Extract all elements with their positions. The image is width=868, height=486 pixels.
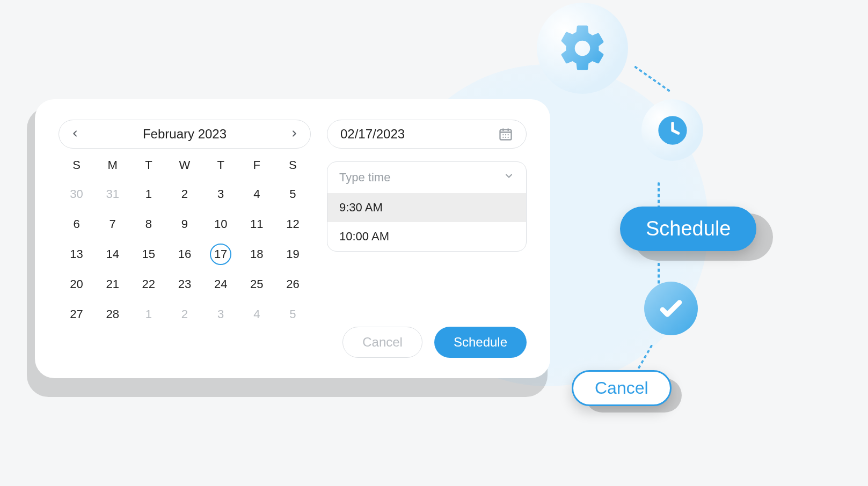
svg-point-4 [508,134,509,135]
schedule-button[interactable]: Schedule [434,327,527,358]
svg-point-2 [502,134,504,135]
detail-panel: 02/17/2023 Type time 9:30 AM10:00 AM Can… [327,120,527,358]
weekday-header: M [94,158,130,175]
svg-point-6 [505,137,506,138]
calendar-day[interactable]: 6 [59,213,94,235]
calendar-day[interactable]: 31 [94,183,130,205]
calendar-day[interactable]: 22 [130,273,166,296]
calendar-day[interactable]: 20 [59,273,94,296]
calendar-panel: February 2023 SMTWTFS3031123456789101112… [59,120,311,358]
calendar-day[interactable]: 7 [94,213,130,235]
weekday-header: S [275,158,311,175]
calendar-day[interactable]: 23 [166,273,202,296]
time-option[interactable]: 9:30 AM [327,193,526,222]
calendar-icon [498,127,513,142]
calendar-day[interactable]: 13 [59,243,94,266]
calendar-day[interactable]: 14 [94,243,130,266]
calendar-day[interactable]: 11 [239,213,275,235]
cancel-pill-decor: Cancel [572,370,672,406]
calendar-day-selected[interactable]: 17 [203,243,239,266]
calendar-day[interactable]: 24 [203,273,239,296]
chevron-down-icon [504,171,514,185]
clock-icon [641,99,703,161]
time-select-header[interactable]: Type time [327,162,526,193]
weekday-header: F [239,158,275,175]
calendar-day[interactable]: 30 [59,183,94,205]
svg-point-3 [505,134,506,135]
calendar-day[interactable]: 4 [239,183,275,205]
calendar-day[interactable]: 28 [94,303,130,326]
calendar-day[interactable]: 10 [203,213,239,235]
scheduler-card: February 2023 SMTWTFS3031123456789101112… [35,99,550,378]
calendar-day[interactable]: 9 [166,213,202,235]
weekday-header: T [130,158,166,175]
date-value: 02/17/2023 [340,127,405,142]
month-navigator: February 2023 [59,120,311,149]
calendar-day[interactable]: 2 [166,303,202,326]
prev-month-button[interactable] [71,127,79,141]
calendar-day[interactable]: 1 [130,303,166,326]
calendar-day[interactable]: 26 [275,273,311,296]
calendar-day[interactable]: 18 [239,243,275,266]
schedule-pill-decor: Schedule [620,207,756,251]
calendar-day[interactable]: 2 [166,183,202,205]
action-row: Cancel Schedule [327,312,527,358]
weekday-header: T [203,158,239,175]
calendar-day[interactable]: 5 [275,303,311,326]
calendar-grid: SMTWTFS303112345678910111213141516171819… [59,158,311,326]
time-placeholder: Type time [339,171,390,185]
gear-icon [537,3,628,94]
calendar-day[interactable]: 25 [239,273,275,296]
calendar-day[interactable]: 5 [275,183,311,205]
calendar-day[interactable]: 15 [130,243,166,266]
calendar-day[interactable]: 3 [203,303,239,326]
time-select[interactable]: Type time 9:30 AM10:00 AM [327,161,527,252]
calendar-day[interactable]: 16 [166,243,202,266]
cancel-button[interactable]: Cancel [342,327,422,358]
calendar-day[interactable]: 12 [275,213,311,235]
calendar-day[interactable]: 19 [275,243,311,266]
next-month-button[interactable] [290,127,298,141]
month-label: February 2023 [143,127,227,142]
time-option[interactable]: 10:00 AM [327,222,526,251]
date-input[interactable]: 02/17/2023 [327,120,527,149]
calendar-day[interactable]: 21 [94,273,130,296]
connector-line [634,65,670,92]
weekday-header: S [59,158,94,175]
svg-point-5 [502,137,504,138]
calendar-day[interactable]: 4 [239,303,275,326]
svg-point-7 [508,137,509,138]
weekday-header: W [166,158,202,175]
check-icon [644,282,698,335]
calendar-day[interactable]: 27 [59,303,94,326]
calendar-day[interactable]: 1 [130,183,166,205]
calendar-day[interactable]: 8 [130,213,166,235]
calendar-day[interactable]: 3 [203,183,239,205]
